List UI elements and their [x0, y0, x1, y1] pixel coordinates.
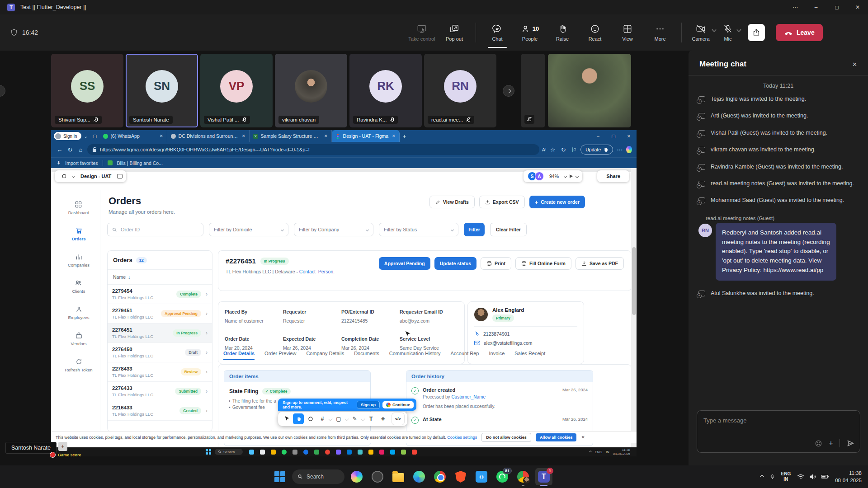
emoji-icon[interactable] — [815, 440, 822, 447]
zoom-level[interactable]: 94% — [547, 174, 561, 179]
collaborator-avatar[interactable]: A — [535, 172, 544, 181]
hand-tool-icon-active[interactable] — [293, 413, 303, 424]
tab-communication-history[interactable]: Communication History — [389, 351, 441, 360]
copilot-taskbar-icon[interactable] — [348, 468, 365, 485]
people-button[interactable]: 10 People — [515, 16, 545, 49]
comment-tool-icon[interactable] — [305, 413, 316, 424]
order-list-row[interactable]: 2279454TL Flex Holdings LLCComplete — [108, 285, 212, 304]
file-explorer-icon[interactable] — [390, 468, 407, 485]
chrome-profile-taskbar-icon[interactable] — [514, 468, 532, 485]
order-list-row[interactable]: 2278433TL Flex Holdings LLCReview — [108, 362, 212, 382]
move-tool-icon[interactable] — [281, 413, 292, 424]
tab-sales-receipt[interactable]: Sales Receipt — [514, 351, 545, 360]
cookie-settings-link[interactable]: Cookies settings — [447, 435, 477, 440]
filmstrip-prev-button[interactable] — [0, 85, 5, 97]
browser-menu-icon[interactable] — [616, 146, 623, 153]
bills-bookmark-link[interactable]: Bills | Billing and Co... — [117, 160, 163, 166]
contact-person-link[interactable]: Contact_Person. — [299, 269, 335, 274]
order-list-row-selected[interactable]: 2276451TL Flex Holdings LLCIn Progress — [108, 324, 212, 343]
leave-button[interactable]: Leave — [776, 24, 823, 41]
participant-tile[interactable]: RK Ravindra K... — [349, 54, 422, 127]
chat-message-input[interactable]: Type a message — [697, 410, 860, 453]
close-chat-icon[interactable] — [852, 61, 857, 68]
attach-plus-icon[interactable] — [829, 439, 833, 448]
browser-tab-dc-divisions[interactable]: DC Divisions and Surroundings✕ — [167, 130, 250, 142]
view-button[interactable]: View — [613, 16, 642, 49]
address-bar[interactable]: https://www.figma.com/design/9BKQ0FOHRWa… — [87, 144, 539, 155]
camera-button[interactable]: Camera — [688, 16, 713, 49]
browser-profile-button[interactable]: Sign in — [54, 132, 81, 140]
text-tool-icon[interactable] — [366, 413, 376, 424]
browser-tab-excel[interactable]: Sample Salary Structure with calc✕ — [250, 130, 332, 142]
favorite-star-icon[interactable] — [549, 146, 557, 153]
approval-pending-button[interactable]: Approval Pending — [379, 257, 430, 270]
sidebar-item-refresh-token[interactable]: Refresh Token — [65, 358, 92, 372]
tool-chevron-icon[interactable] — [361, 417, 365, 421]
mic-button[interactable]: Mic — [717, 16, 738, 49]
whatsapp-taskbar-icon[interactable]: 81 — [494, 468, 511, 485]
start-button[interactable] — [271, 468, 288, 485]
app-taskbar-icon[interactable] — [369, 468, 386, 485]
close-tab-icon[interactable]: ✕ — [324, 134, 328, 138]
copilot-icon[interactable] — [626, 146, 632, 153]
brave-taskbar-icon[interactable] — [452, 468, 469, 485]
present-chevron-icon[interactable] — [576, 174, 579, 178]
figma-share-button[interactable]: Share — [597, 170, 629, 182]
back-icon[interactable] — [56, 146, 63, 153]
reload-icon[interactable] — [66, 146, 74, 153]
read-aloud-icon[interactable]: A⁾ — [542, 147, 546, 152]
cookie-close-icon[interactable] — [581, 435, 585, 440]
print-button[interactable]: Print — [481, 257, 511, 270]
order-id-search-input[interactable]: Order ID — [107, 223, 203, 236]
sidebar-item-orders-active[interactable]: Orders — [71, 227, 85, 241]
close-tab-icon[interactable]: ✕ — [392, 134, 396, 138]
sync-icon[interactable] — [560, 146, 567, 153]
language-switcher[interactable]: ENGIN — [781, 471, 791, 483]
sidebar-item-clients[interactable]: Clients — [72, 280, 85, 294]
chat-button[interactable]: Chat — [482, 16, 512, 49]
figma-menu-icon[interactable] — [58, 174, 70, 178]
filter-company-select[interactable]: Filter by Company — [294, 223, 373, 236]
maximize-button[interactable] — [826, 0, 847, 14]
browser-tab-figma-active[interactable]: Design - UAT - Figma✕ — [332, 130, 400, 142]
view-drafts-button[interactable]: View Drafts — [429, 196, 475, 208]
customer-name-link[interactable]: Customer_Name — [451, 394, 486, 399]
sidebar-item-employees[interactable]: Employees — [68, 306, 90, 320]
participant-tile-partial[interactable] — [521, 54, 545, 127]
zoom-chevron-icon[interactable] — [564, 174, 567, 178]
taskbar-search[interactable]: Search — [292, 469, 344, 484]
update-button[interactable]: Update — [580, 145, 613, 155]
filter-status-select[interactable]: Filter by Status — [379, 223, 458, 236]
send-icon[interactable] — [846, 439, 854, 447]
close-tab-icon[interactable]: ✕ — [160, 134, 163, 138]
participant-tile[interactable]: VP Vishal Patil ... — [200, 54, 273, 127]
page-scrollbar[interactable] — [631, 168, 637, 447]
home-icon[interactable] — [77, 146, 85, 153]
create-new-order-button[interactable]: Create new order — [529, 196, 585, 208]
import-favorites-link[interactable]: Import favorites — [65, 160, 98, 166]
browser-essentials-icon[interactable]: ⚐ — [570, 146, 578, 153]
browser-tab-whatsapp[interactable]: (6) WhatsApp✕ — [99, 130, 167, 142]
tray-mic-icon[interactable] — [769, 473, 775, 480]
tool-chevron-icon[interactable] — [328, 417, 332, 421]
filter-button[interactable]: Filter — [464, 223, 485, 236]
dev-mode-icon[interactable] — [392, 413, 404, 425]
frame-tool-icon[interactable] — [333, 413, 344, 424]
figma-doc-title[interactable]: Design - UAT — [77, 174, 115, 179]
tab-invoice[interactable]: Invoice — [489, 351, 505, 360]
order-list-row[interactable]: 2276433TL Flex Holdings LLCSubmitted — [108, 382, 212, 401]
deny-cookies-button[interactable]: Do not allow cookies — [481, 433, 531, 442]
layout-icon[interactable] — [117, 174, 123, 178]
figma-menu-chevron-icon[interactable] — [72, 174, 75, 178]
raise-hand-button[interactable]: Raise — [547, 16, 577, 49]
clear-filter-button[interactable]: Clear Filter — [490, 223, 527, 236]
participant-tile[interactable]: SS Shivani Sup... — [51, 54, 123, 127]
pin-plus-icon[interactable] — [58, 442, 67, 451]
google-continue-button[interactable]: Continue — [382, 401, 414, 408]
update-status-button[interactable]: Update status — [434, 257, 476, 270]
present-icon[interactable] — [570, 174, 573, 178]
pen-tool-icon[interactable] — [349, 413, 360, 424]
tab-company-details[interactable]: Company Details — [306, 351, 344, 360]
tab-actions-icon[interactable]: ⌄ — [81, 132, 90, 140]
participant-tile-active-speaker[interactable]: SN Santosh Narate — [126, 54, 198, 127]
